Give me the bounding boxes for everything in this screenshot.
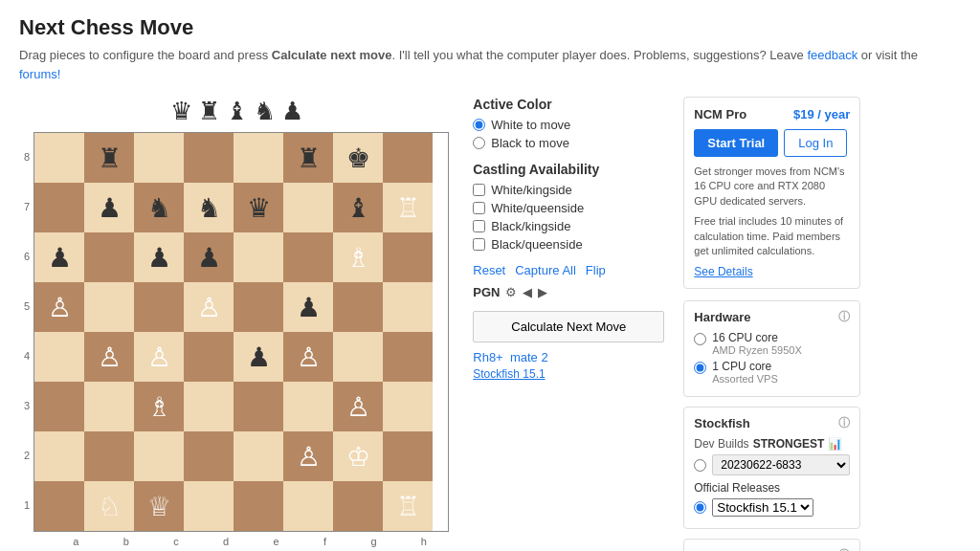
chart-icon: 📊 (828, 437, 842, 451)
black-kingside-checkbox[interactable] (473, 220, 485, 232)
official-radio-label[interactable]: Stockfish 15.1 (694, 498, 850, 517)
forums-link[interactable]: forums! (19, 67, 60, 81)
black-to-move-option[interactable]: Black to move (473, 136, 664, 150)
pgn-left-icon[interactable]: ◀ (523, 285, 532, 299)
see-details-link[interactable]: See Details (694, 265, 752, 278)
castling-group: White/kingside White/queenside Black/kin… (473, 183, 664, 252)
hw-1cpu-radio[interactable] (694, 362, 706, 374)
pgn-settings-icon[interactable]: ⚙ (505, 285, 517, 299)
active-color-title: Active Color (473, 97, 664, 112)
builds-label: Dev Builds (694, 437, 748, 451)
lczero-section: LCZero 0.29.0 ⓘ Official Networks T40 42… (683, 539, 860, 551)
stockfish-title: Stockfish (694, 416, 750, 430)
dev-build-radio-label[interactable]: 20230622-6833 (694, 454, 850, 475)
piece-tray[interactable]: ♛ ♜ ♝ ♞ ♟ (170, 97, 303, 126)
chess-board[interactable]: ♜ ♜ ♚ ♟ ♞ ♞ ♛ ♝ (33, 132, 449, 532)
hardware-section: Hardware ⓘ 16 CPU core AMD Ryzen 5950X 1… (683, 300, 860, 397)
tray-piece-bishop[interactable]: ♝ (226, 97, 248, 126)
hardware-info-icon[interactable]: ⓘ (838, 309, 850, 325)
hw-1cpu-label: 1 CPU core (712, 360, 777, 373)
log-in-button[interactable]: Log In (784, 129, 847, 157)
lczero-info-icon[interactable]: ⓘ (838, 547, 850, 551)
black-kingside-label: Black/kingside (491, 219, 570, 233)
white-queenside-label: White/queenside (491, 201, 584, 215)
hw-16cpu-sub: AMD Ryzen 5950X (712, 344, 802, 356)
black-queenside-label: Black/queenside (491, 237, 582, 252)
action-links: Reset Capture All Flip (473, 263, 664, 277)
result-move: Rh8+ mate 2 (473, 350, 664, 364)
black-queenside-option[interactable]: Black/queenside (473, 237, 664, 252)
stockfish-info-icon[interactable]: ⓘ (838, 415, 850, 431)
white-kingside-label: White/kingside (491, 183, 572, 197)
rank-labels: 8 7 6 5 4 3 2 1 (24, 132, 33, 530)
capture-all-link[interactable]: Capture All (515, 263, 576, 277)
file-labels: a b c d e f g h (51, 532, 449, 547)
hw-1cpu-option[interactable]: 1 CPU core Assorted VPS (694, 360, 850, 385)
tray-piece-pawn[interactable]: ♟ (281, 97, 303, 126)
hw-1cpu-sub: Assorted VPS (712, 373, 777, 385)
result-move-text: Rh8+ mate 2 (473, 350, 547, 364)
white-to-move-label: White to move (491, 118, 570, 132)
official-radio[interactable] (694, 501, 706, 514)
page-title: Next Chess Move (19, 15, 961, 40)
tray-piece-rook[interactable]: ♜ (198, 97, 220, 126)
black-to-move-radio[interactable] (473, 137, 485, 149)
builds-row: Dev Builds STRONGEST 📊 (694, 437, 850, 451)
tray-piece-knight[interactable]: ♞ (254, 97, 276, 126)
start-trial-button[interactable]: Start Trial (694, 129, 778, 157)
builds-strong: STRONGEST (753, 437, 825, 451)
black-kingside-option[interactable]: Black/kingside (473, 219, 664, 233)
official-releases-label: Official Releases (694, 481, 780, 495)
promo-price: $19 / year (793, 107, 850, 121)
stockfish-header: Stockfish ⓘ (694, 415, 850, 431)
promo-buttons: Start Trial Log In (694, 129, 850, 157)
pgn-right-icon[interactable]: ▶ (538, 285, 547, 299)
black-to-move-label: Black to move (491, 136, 569, 150)
white-to-move-option[interactable]: White to move (473, 118, 664, 132)
promo-title: NCM Pro (694, 107, 746, 121)
promo-desc1: Get stronger moves from NCM's 16 CPU cor… (694, 165, 850, 209)
promo-desc2: Free trial includes 10 minutes of calcul… (694, 214, 850, 258)
feedback-link[interactable]: feedback (807, 48, 858, 62)
official-select[interactable]: Stockfish 15.1 (712, 498, 813, 517)
flip-link[interactable]: Flip (586, 263, 606, 277)
pgn-label: PGN (473, 285, 500, 299)
stockfish-result-link[interactable]: Stockfish 15.1 (473, 367, 545, 381)
white-kingside-option[interactable]: White/kingside (473, 183, 664, 197)
calculate-button[interactable]: Calculate Next Move (473, 311, 664, 342)
stockfish-section: Stockfish ⓘ Dev Builds STRONGEST 📊 20230… (683, 407, 860, 529)
subtitle: Drag pieces to configure the board and p… (19, 46, 961, 83)
hardware-title: Hardware (694, 310, 750, 324)
white-to-move-radio[interactable] (473, 119, 485, 131)
dev-build-radio[interactable] (694, 459, 706, 472)
castling-title: Castling Availability (473, 162, 664, 177)
active-color-group: White to move Black to move (473, 118, 664, 150)
promo-header: NCM Pro $19 / year (694, 107, 850, 121)
tray-piece-queen[interactable]: ♛ (170, 97, 192, 126)
white-queenside-option[interactable]: White/queenside (473, 201, 664, 215)
hardware-header: Hardware ⓘ (694, 309, 850, 325)
hw-16cpu-radio[interactable] (694, 333, 706, 345)
dev-build-select[interactable]: 20230622-6833 (712, 454, 850, 475)
official-label-row: Official Releases (694, 481, 850, 495)
result-engine: Stockfish 15.1 (473, 366, 664, 381)
reset-link[interactable]: Reset (473, 263, 505, 277)
dev-build-row: 20230622-6833 (694, 454, 850, 475)
white-queenside-checkbox[interactable] (473, 202, 485, 214)
white-kingside-checkbox[interactable] (473, 184, 485, 196)
promo-box: NCM Pro $19 / year Start Trial Log In Ge… (683, 97, 860, 289)
black-queenside-checkbox[interactable] (473, 238, 485, 251)
lczero-header: LCZero 0.29.0 ⓘ (694, 547, 850, 551)
hw-16cpu-label: 16 CPU core (712, 331, 802, 344)
pgn-row: PGN ⚙ ◀ ▶ (473, 285, 664, 299)
chess-board-container: 8 7 6 5 4 3 2 1 ♜ (24, 132, 449, 547)
hw-16cpu-option[interactable]: 16 CPU core AMD Ryzen 5950X (694, 331, 850, 356)
